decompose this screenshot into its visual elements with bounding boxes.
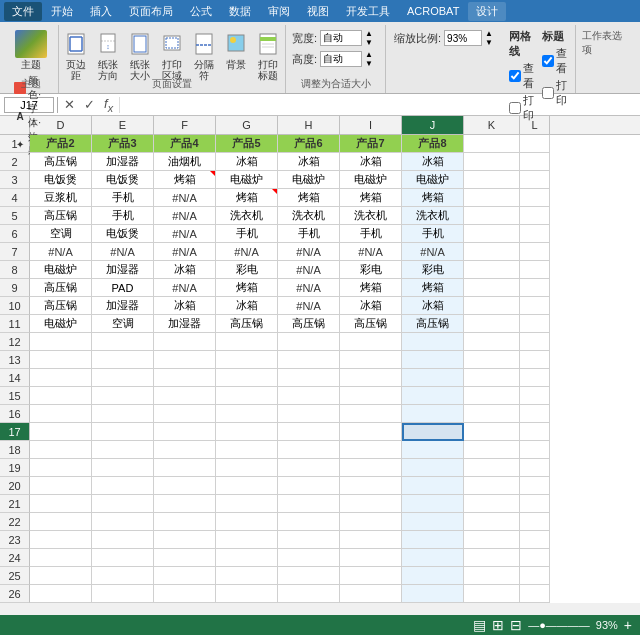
cell[interactable] [464, 351, 520, 369]
cell[interactable] [278, 351, 340, 369]
row-number[interactable]: 21 [0, 495, 30, 513]
cell[interactable] [464, 297, 520, 315]
cell[interactable]: 空调 [92, 315, 154, 333]
cell[interactable] [30, 513, 92, 531]
row-number[interactable]: 20 [0, 477, 30, 495]
cell[interactable] [520, 333, 550, 351]
cell[interactable]: 产品3 [92, 135, 154, 153]
cell[interactable] [464, 171, 520, 189]
cell[interactable] [92, 585, 154, 603]
cell[interactable] [520, 351, 550, 369]
row-number[interactable]: 8 [0, 261, 30, 279]
cell[interactable] [464, 225, 520, 243]
cell[interactable] [520, 477, 550, 495]
cell[interactable] [30, 423, 92, 441]
cell[interactable] [520, 405, 550, 423]
cell[interactable] [278, 387, 340, 405]
cell[interactable]: 产品8 [402, 135, 464, 153]
cell[interactable]: 彩电 [216, 261, 278, 279]
cell[interactable]: 电磁炉 [278, 171, 340, 189]
font-btn[interactable]: A字体· [12, 102, 50, 130]
cell[interactable] [520, 189, 550, 207]
cell[interactable] [30, 477, 92, 495]
cell[interactable] [402, 477, 464, 495]
cell[interactable] [92, 405, 154, 423]
cell[interactable] [154, 423, 216, 441]
cell[interactable]: 电饭煲 [92, 225, 154, 243]
cell[interactable] [154, 351, 216, 369]
menu-item-layout[interactable]: 页面布局 [121, 2, 181, 21]
row-number[interactable]: 5 [0, 207, 30, 225]
cell[interactable] [340, 333, 402, 351]
cell[interactable] [402, 441, 464, 459]
gridlines-view-check[interactable] [509, 70, 521, 82]
row-number[interactable]: 6 [0, 225, 30, 243]
headings-print-check[interactable] [542, 87, 554, 99]
cell[interactable]: 洗衣机 [402, 207, 464, 225]
cell[interactable] [216, 405, 278, 423]
print-area-btn[interactable]: 打印区域 [157, 29, 187, 83]
col-header-h[interactable]: H [278, 116, 340, 134]
cell[interactable]: 冰箱 [340, 297, 402, 315]
cell[interactable]: #N/A [92, 243, 154, 261]
cell[interactable] [216, 549, 278, 567]
cell[interactable]: 油烟机 [154, 153, 216, 171]
cell[interactable]: #N/A [30, 243, 92, 261]
cell[interactable] [92, 441, 154, 459]
cell[interactable] [464, 549, 520, 567]
cell[interactable]: 手机 [340, 225, 402, 243]
cell[interactable] [92, 567, 154, 585]
cell[interactable] [30, 549, 92, 567]
cell[interactable] [30, 351, 92, 369]
cell[interactable] [402, 531, 464, 549]
row-number[interactable]: 16 [0, 405, 30, 423]
cell[interactable]: 高压锅 [30, 207, 92, 225]
cell[interactable] [92, 531, 154, 549]
cell[interactable]: 烤箱 [340, 279, 402, 297]
cell[interactable] [154, 459, 216, 477]
cell[interactable] [154, 369, 216, 387]
cell[interactable] [92, 459, 154, 477]
col-header-i[interactable]: I [340, 116, 402, 134]
cell[interactable] [30, 387, 92, 405]
cell[interactable] [402, 405, 464, 423]
cell[interactable] [216, 441, 278, 459]
scale-input[interactable] [444, 30, 482, 46]
cell[interactable] [154, 477, 216, 495]
cell[interactable] [464, 207, 520, 225]
row-number[interactable]: 13 [0, 351, 30, 369]
cell[interactable] [520, 387, 550, 405]
zoom-in-btn[interactable]: + [624, 617, 632, 633]
cell[interactable]: 彩电 [340, 261, 402, 279]
cell[interactable] [464, 585, 520, 603]
height-spinner[interactable]: ▲ ▼ [365, 50, 373, 68]
cell[interactable]: 电饭煲 [30, 171, 92, 189]
cell[interactable] [340, 513, 402, 531]
cell[interactable]: #N/A [154, 225, 216, 243]
cell[interactable] [154, 387, 216, 405]
cell[interactable] [216, 351, 278, 369]
cell[interactable]: 冰箱 [154, 297, 216, 315]
cell[interactable]: 高压锅 [278, 315, 340, 333]
cell[interactable]: 电饭煲 [92, 171, 154, 189]
row-number[interactable]: 17 [0, 423, 30, 441]
cell[interactable] [520, 171, 550, 189]
menu-item-review[interactable]: 审阅 [260, 2, 298, 21]
cell[interactable] [278, 459, 340, 477]
cell[interactable] [278, 531, 340, 549]
cell[interactable]: #N/A [278, 297, 340, 315]
cell[interactable]: #N/A [154, 207, 216, 225]
row-number[interactable]: 9 [0, 279, 30, 297]
cell[interactable]: 电磁炉 [30, 315, 92, 333]
menu-item-acrobat[interactable]: ACROBAT [399, 3, 467, 19]
cell[interactable]: PAD [92, 279, 154, 297]
cell[interactable] [278, 333, 340, 351]
cell[interactable]: 冰箱 [340, 153, 402, 171]
cell[interactable]: 烤箱 [402, 279, 464, 297]
cell[interactable]: 手机 [278, 225, 340, 243]
cell[interactable] [340, 567, 402, 585]
cell[interactable]: 加湿器 [92, 297, 154, 315]
menu-item-formula[interactable]: 公式 [182, 2, 220, 21]
cell[interactable] [464, 423, 520, 441]
cell[interactable] [520, 297, 550, 315]
